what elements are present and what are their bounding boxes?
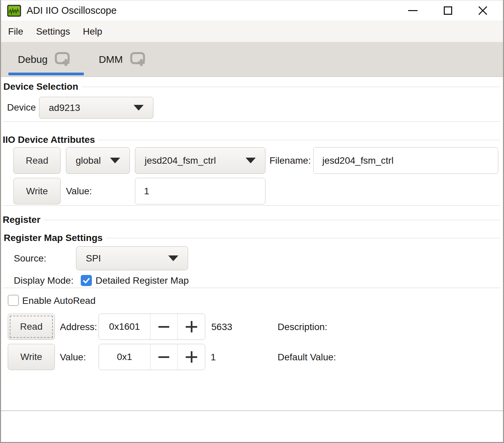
detach-tab-icon[interactable]	[129, 50, 148, 69]
address-increment-button[interactable]	[178, 314, 205, 339]
value-spinbox: 0x1	[99, 344, 205, 370]
register-frame-bottom	[1, 410, 503, 411]
device-dropdown-value: ad9213	[49, 103, 80, 113]
attr-read-button[interactable]: Read	[13, 147, 61, 174]
default-value-label: Default Value:	[278, 352, 336, 362]
display-mode-label: Display Mode:	[14, 276, 73, 286]
title-bar: ADI IIO Oscilloscope	[1, 0, 503, 21]
enable-autoread-label: Enable AutoRead	[22, 296, 96, 306]
attr-value-label: Value:	[66, 186, 92, 196]
menu-help[interactable]: Help	[76, 26, 109, 37]
address-spinbox-value[interactable]: 0x1601	[99, 314, 150, 339]
register-read-button[interactable]: Read	[8, 314, 55, 340]
attr-name-value: jesd204_fsm_ctrl	[145, 155, 216, 166]
chevron-down-icon	[246, 158, 256, 163]
value-spinbox-value[interactable]: 0x1	[99, 344, 150, 370]
register-frame-line	[3, 220, 500, 220]
attr-scope-value: global	[76, 155, 101, 166]
register-write-button[interactable]: Write	[8, 344, 55, 370]
register-map-settings-frame-label: Register Map Settings	[4, 232, 106, 244]
iio-attributes-frame-bottom	[3, 205, 500, 206]
attr-scope-dropdown[interactable]: global	[66, 147, 130, 174]
source-dropdown-value: SPI	[86, 253, 101, 264]
address-decrement-button[interactable]	[150, 314, 178, 339]
filename-field[interactable]: jesd204_fsm_ctrl	[313, 147, 498, 174]
value-increment-button[interactable]	[178, 344, 205, 370]
device-selection-frame-bottom	[3, 121, 500, 122]
plus-icon	[186, 351, 197, 363]
attr-value-field[interactable]: 1	[135, 178, 265, 204]
window-controls	[395, 0, 500, 21]
menu-settings[interactable]: Settings	[30, 26, 76, 37]
tab-debug[interactable]: Debug	[18, 42, 72, 77]
register-map-settings-frame-bottom	[3, 288, 500, 288]
register-value-label: Value:	[60, 352, 86, 362]
source-label: Source:	[14, 253, 46, 264]
display-mode-checkbox[interactable]	[81, 275, 92, 286]
minimize-button[interactable]	[395, 0, 430, 21]
description-label: Description:	[278, 322, 327, 332]
chevron-down-icon	[134, 105, 144, 111]
value-decrement-button[interactable]	[150, 344, 178, 370]
register-frame-label: Register	[3, 214, 44, 226]
enable-autoread-checkbox[interactable]	[8, 295, 19, 306]
value-decimal-value: 1	[211, 352, 216, 362]
debug-panel: Device Selection Device ad9213 IIO Devic…	[1, 77, 503, 443]
device-label: Device	[7, 103, 36, 113]
source-dropdown[interactable]: SPI	[76, 246, 188, 270]
device-dropdown[interactable]: ad9213	[39, 97, 153, 119]
tab-dmm-label: DMM	[99, 54, 123, 65]
display-mode-option-label: Detailed Register Map	[96, 276, 189, 286]
app-icon	[7, 5, 21, 17]
address-label: Address:	[60, 322, 97, 332]
menu-bar: File Settings Help	[1, 21, 503, 42]
attr-write-button[interactable]: Write	[13, 178, 61, 204]
tab-debug-label: Debug	[18, 54, 47, 65]
active-tab-indicator	[8, 73, 84, 75]
maximize-icon	[444, 6, 452, 15]
maximize-button[interactable]	[430, 0, 465, 21]
chevron-down-icon	[168, 255, 178, 261]
window-title: ADI IIO Oscilloscope	[27, 5, 117, 16]
detach-tab-icon[interactable]	[53, 50, 72, 69]
close-button[interactable]	[465, 0, 500, 21]
tab-bar: Debug DMM	[1, 42, 503, 77]
filename-label: Filename:	[269, 156, 311, 166]
attr-name-dropdown[interactable]: jesd204_fsm_ctrl	[135, 147, 265, 174]
minus-icon	[158, 356, 169, 358]
tab-dmm[interactable]: DMM	[99, 42, 148, 77]
minus-icon	[158, 326, 169, 328]
app-window: ADI IIO Oscilloscope File Settings Help …	[0, 0, 504, 443]
minimize-icon	[408, 10, 418, 11]
address-spinbox: 0x1601	[99, 314, 205, 340]
address-decimal-value: 5633	[211, 322, 232, 332]
close-icon	[478, 6, 488, 16]
check-icon	[82, 276, 91, 285]
menu-file[interactable]: File	[2, 26, 30, 37]
chevron-down-icon	[110, 158, 120, 163]
device-selection-frame-label: Device Selection	[3, 81, 82, 92]
plus-icon	[186, 321, 197, 332]
iio-attributes-frame-label: IIO Device Attributes	[3, 134, 98, 146]
